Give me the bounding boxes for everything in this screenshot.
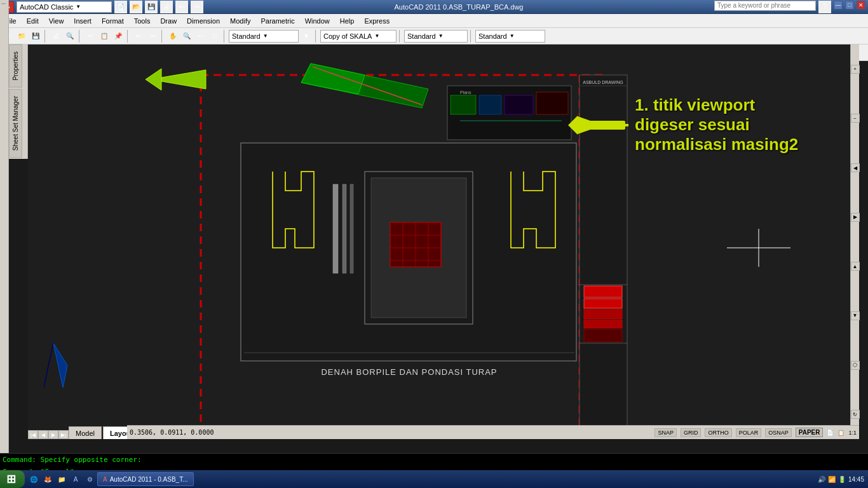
tab-nav-prev[interactable]: ◀ [38,430,48,439]
menu-view[interactable]: View [44,14,69,27]
polar-btn[interactable]: POLAR [736,428,762,437]
osnap-btn[interactable]: OSNAP [765,428,792,437]
sidebar-tab-properties[interactable]: Properties [9,44,22,88]
workspace-style-dropdown[interactable]: Standard ▼ [475,30,545,43]
taskbar-items: 🌐 🦊 📁 A ⚙ A AutoCAD 2011 - 0.ASB_T... [25,472,814,486]
sidebar-tabs: Properties Sheet Set Manager [9,44,28,159]
arrow-body [578,121,625,130]
nav-pan-left[interactable]: ◀ [851,163,860,172]
minimize-btn[interactable]: — [834,1,843,10]
tb-zoom-window[interactable]: □ [208,30,221,43]
scale-dropdown[interactable]: Copy of SKALA ▼ [320,30,397,43]
main-drawing-area[interactable]: ASBULD DRAWING [28,44,859,437]
scale-dropdown-arrow: ▼ [374,33,379,39]
menu-parametric[interactable]: Parametric [255,14,299,27]
tb-undo[interactable]: ↩ [132,30,145,43]
tb-open[interactable]: 📁 [15,30,28,43]
viewport-scale[interactable]: 1:1 [848,430,857,436]
grid-btn[interactable]: GRID [681,428,702,437]
style-dropdown[interactable]: Standard ▼ [229,30,299,43]
new-btn[interactable]: 📄 [114,1,127,13]
menu-tools[interactable]: Tools [129,14,156,27]
left-panel: | [0,0,9,488]
tb-pan[interactable]: ✋ [166,30,179,43]
title-left: A AutoCAD Classic ▼ 📄 📂 💾 🖨 ↩ ↪ [3,1,203,13]
separator-7 [399,30,402,43]
tb-preview[interactable]: 🔍 [64,30,76,43]
taskbar-misc[interactable]: ⚙ [83,473,96,485]
tb-save[interactable]: 💾 [29,30,42,43]
nav-zoom-in[interactable]: + [851,65,860,74]
tb-copy[interactable]: 📋 [98,30,111,43]
menu-window[interactable]: Window [300,14,335,27]
tb-paste[interactable]: 📌 [112,30,125,43]
separator-5 [224,30,226,43]
status-bar: 0.3506, 0.0911, 0.0000 SNAP GRID ORTHO P… [127,425,859,439]
close-btn[interactable]: ✕ [857,1,865,10]
sidebar-tab-sheetset[interactable]: Sheet Set Manager [9,89,22,158]
nav-pan-up[interactable]: ▲ [851,262,860,271]
taskbar-autocad[interactable]: A [69,473,82,485]
paper-icon-1[interactable]: 📄 [827,430,834,436]
start-button[interactable]: ⊞ [0,470,25,488]
ortho-btn[interactable]: ORTHO [705,428,731,437]
workspace-dropdown[interactable]: AutoCAD Classic ▼ [17,1,112,13]
tb-zoom[interactable]: 🔍 [180,30,193,43]
annotation-dropdown[interactable]: Standard ▼ [404,30,468,43]
compass-shape-2 [44,343,53,388]
red-block-5 [584,329,622,342]
nav-zoom-out[interactable]: − [851,114,860,123]
save-btn[interactable]: 💾 [145,1,158,13]
menu-modify[interactable]: Modify [225,14,255,27]
annotation-container: 1. titik viewport digeser sesuai normali… [568,95,798,155]
menu-format[interactable]: Format [97,14,129,27]
tb-style-opts[interactable]: ▼ [300,30,313,43]
paper-icon-2[interactable]: 📋 [837,430,844,436]
nav-pan-down[interactable]: ▼ [851,311,860,320]
title-controls: ? — □ ✕ [714,1,865,13]
tab-model[interactable]: Model [69,426,102,439]
taskbar-window-label: AutoCAD 2011 - 0.ASB_T... [110,476,188,483]
right-tool-panel: + − ◀ ▶ ▲ ▼ ⬡ ↻ [850,44,859,439]
undo-btn[interactable]: ↩ [175,1,188,13]
tray-icon-3[interactable]: 🔋 [838,476,846,483]
tb-zoom-prev[interactable]: ⤺ [194,30,207,43]
taskbar-firefox[interactable]: 🦊 [41,473,54,485]
drawing-canvas[interactable]: ASBULD DRAWING [28,44,859,437]
tb-redo[interactable]: ↪ [146,30,159,43]
nav-pan-right[interactable]: ▶ [851,213,860,222]
redo-btn[interactable]: ↪ [191,1,203,13]
red-block-3 [584,309,622,319]
help-btn[interactable]: ? [818,1,831,13]
print-btn[interactable]: 🖨 [160,1,173,13]
menu-edit[interactable]: Edit [22,14,44,27]
taskbar-active-window[interactable]: A AutoCAD 2011 - 0.ASB_T... [97,472,194,486]
menu-bar: File Edit View Insert Format Tools Draw … [0,14,868,28]
tray-icon-2[interactable]: 📶 [828,476,836,483]
tb-print[interactable]: 🖨 [50,30,62,43]
tray-icon-1[interactable]: 🔊 [818,476,825,483]
menu-draw[interactable]: Draw [155,14,182,27]
pile-3 [350,184,353,273]
maximize-btn[interactable]: □ [845,1,854,10]
snap-btn[interactable]: SNAP [654,428,677,437]
taskbar-right: 🔊 📶 🔋 14:45 [814,476,868,483]
taskbar-explorer[interactable]: 📁 [55,473,68,485]
menu-help[interactable]: Help [335,14,360,27]
menu-insert[interactable]: Insert [69,14,97,27]
search-input[interactable] [714,1,816,11]
tab-nav-first[interactable]: |◀ [28,430,38,439]
taskbar-ie[interactable]: 🌐 [27,473,40,485]
pile-1 [333,184,338,273]
tab-nav-next[interactable]: ▶ [48,430,58,439]
annotation-text-block: 1. titik viewport digeser sesuai normali… [635,95,798,155]
open-btn[interactable]: 📂 [130,1,142,13]
nav-orbit[interactable]: ↻ [851,410,860,419]
tb-cut[interactable]: ✂ [84,30,97,43]
separator-6 [315,30,318,43]
tab-nav-last[interactable]: ▶| [58,430,69,439]
nav-extents[interactable]: ⬡ [851,361,860,370]
menu-dimension[interactable]: Dimension [182,14,225,27]
menu-express[interactable]: Express [359,14,395,27]
compass-shape [53,343,67,388]
